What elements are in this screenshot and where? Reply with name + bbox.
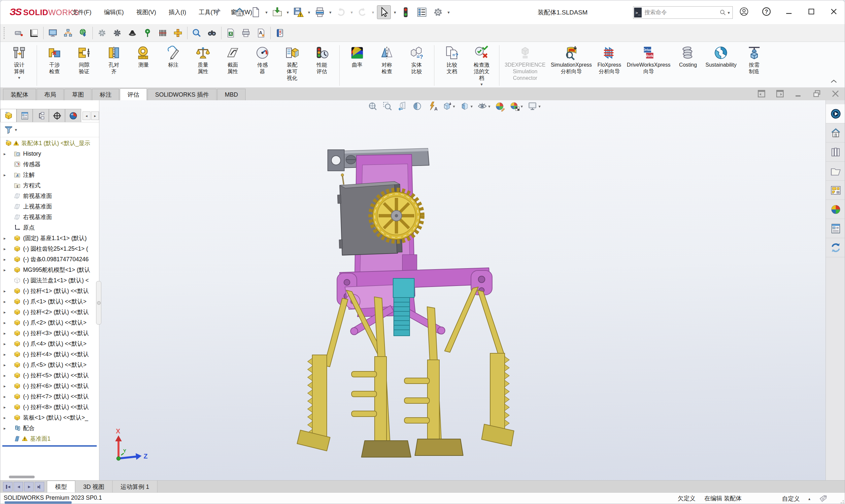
menu-file[interactable]: 文件(F) xyxy=(71,7,92,17)
print-small-button[interactable] xyxy=(241,28,251,38)
ribbon-solid-compare[interactable]: =?实体 比较 xyxy=(402,44,431,75)
expand-arrow-icon[interactable]: ▸ xyxy=(4,373,6,378)
ribbon-design-study[interactable]: 设计 算例▾ xyxy=(5,44,33,80)
tab-标注[interactable]: 标注 xyxy=(92,89,119,100)
chevron-down-icon[interactable]: ▾ xyxy=(18,75,20,80)
ribbon-interference[interactable]: 干涉 检查 xyxy=(40,44,69,75)
menu-insert[interactable]: 插入(I) xyxy=(168,7,187,17)
export-excel-button[interactable]: X xyxy=(226,28,236,38)
doc-tab-模型[interactable]: 模型 xyxy=(47,481,75,493)
3dexperience-pane[interactable] xyxy=(826,104,845,123)
model-mid-left-claw[interactable] xyxy=(352,357,411,457)
macro-tool-button[interactable] xyxy=(14,28,24,38)
expand-arrow-icon[interactable]: ▸ xyxy=(4,352,6,357)
view-palette-pane[interactable] xyxy=(826,181,845,200)
tree-item[interactable]: ▸(-) 爪<5> (默认) <<默认> xyxy=(0,360,99,370)
chevron-down-icon[interactable]: ▾ xyxy=(447,10,450,15)
magnifier-blue-button[interactable] xyxy=(191,28,202,38)
filter-funnel-icon[interactable] xyxy=(4,125,14,134)
binoculars-button[interactable] xyxy=(207,28,217,38)
menu-view[interactable]: 视图(V) xyxy=(136,7,157,17)
tab-SOLIDWORKS 插件[interactable]: SOLIDWORKS 插件 xyxy=(147,89,216,100)
ribbon-collapse-button[interactable] xyxy=(829,78,838,84)
tree-item[interactable]: ▸装板<1> (默认) <<默认>_ xyxy=(0,412,99,423)
rack-feature-button[interactable] xyxy=(157,28,168,38)
tree-item[interactable]: ▸(-) 拉杆<5> (默认) <<默认 xyxy=(0,370,99,381)
first-tab-icon[interactable]: ▌◀ xyxy=(3,482,13,491)
panel-tab-featuremanager[interactable] xyxy=(0,109,17,122)
rollback-bar[interactable] xyxy=(2,445,97,447)
panel-tabs-scroll-right[interactable]: ▸ xyxy=(91,111,99,120)
save-button[interactable] xyxy=(292,6,305,19)
graphics-viewport[interactable]: A▾▾▾▾▾ xyxy=(99,100,826,480)
expand-arrow-icon[interactable]: ▸ xyxy=(4,246,6,251)
doc-tab-运动算例 1[interactable]: 运动算例 1 xyxy=(112,481,157,493)
dock-right-icon[interactable] xyxy=(775,88,785,99)
sketch-corner-button[interactable] xyxy=(29,28,39,38)
ribbon-floxpress[interactable]: FloXpress 分析向导 xyxy=(595,44,623,75)
options-button[interactable] xyxy=(432,6,445,19)
appearances-pane[interactable] xyxy=(826,200,845,219)
tree-item[interactable]: 传感器 xyxy=(0,159,99,169)
ribbon-check-active[interactable]: 检查激 活的文 档▾ xyxy=(468,44,496,87)
tab-评估[interactable]: 评估 xyxy=(120,88,147,101)
print-button[interactable] xyxy=(313,6,327,19)
menu-edit[interactable]: 编辑(E) xyxy=(103,7,124,17)
resources-pane[interactable] xyxy=(826,123,845,143)
new-document-button[interactable] xyxy=(249,6,262,19)
dock-left-icon[interactable] xyxy=(756,88,767,99)
undo-button[interactable] xyxy=(334,6,348,19)
tree-root-assembly[interactable]: 装配体1 (默认) <默认_显示 xyxy=(0,138,99,148)
viewport-minimize-icon[interactable] xyxy=(793,88,804,99)
design-binder-button[interactable] xyxy=(275,28,285,38)
minimize-icon[interactable] xyxy=(783,5,794,18)
toolbar-drag-handle[interactable] xyxy=(4,27,6,39)
chevron-up-icon[interactable]: ▴ xyxy=(808,497,810,501)
expand-arrow-icon[interactable]: ▸ xyxy=(4,405,6,410)
tree-item[interactable]: 右视基准面 xyxy=(0,212,99,222)
last-tab-icon[interactable]: ▶▎ xyxy=(35,482,44,491)
ribbon-section-props[interactable]: 截面 属性 xyxy=(218,44,247,75)
panel-tab-propertymanager[interactable] xyxy=(17,109,33,122)
file-explorer-pane[interactable] xyxy=(826,162,845,181)
expand-arrow-icon[interactable]: ▸ xyxy=(4,151,6,156)
tree-item[interactable]: 基准面1 xyxy=(0,433,99,444)
tree-item[interactable]: 原点 xyxy=(0,222,99,233)
tree-item[interactable]: (-) 圆法兰盘1<1> (默认) < xyxy=(0,275,99,286)
ribbon-simxpress[interactable]: SimulationXpress 分析向导 xyxy=(549,44,594,75)
tree-item[interactable]: ▸MG995舵机模型<1> (默认 xyxy=(0,265,99,275)
tree-item[interactable]: ▸(-) 拉杆<2> (默认) <<默认 xyxy=(0,307,99,317)
select-tool-button[interactable] xyxy=(377,5,391,19)
screen-capture-button[interactable] xyxy=(48,28,58,38)
tree-item[interactable]: ▸(-) 爪<4> (默认) <<默认> xyxy=(0,338,99,349)
tree-item[interactable]: ▸配合 xyxy=(0,423,99,433)
tree-item[interactable]: ▸(-) 齿条0.0981747704246 xyxy=(0,254,99,265)
chevron-down-icon[interactable]: ▾ xyxy=(372,10,374,15)
updates-pane[interactable] xyxy=(826,238,845,257)
chevron-down-icon[interactable]: ▾ xyxy=(480,82,483,86)
chevron-down-icon[interactable]: ▾ xyxy=(15,128,17,132)
chevron-down-icon[interactable]: ▾ xyxy=(265,10,268,15)
expand-arrow-icon[interactable]: ▸ xyxy=(4,384,6,389)
tree-item[interactable]: Σ方程式 xyxy=(0,180,99,191)
text-note-button[interactable]: A xyxy=(256,28,266,38)
panel-tabs-scroll-left[interactable]: ◂ xyxy=(83,111,90,120)
status-custom-label[interactable]: 自定义 xyxy=(782,495,800,503)
chevron-down-icon[interactable]: ▾ xyxy=(287,10,289,15)
panel-splitter-handle[interactable] xyxy=(96,281,101,325)
model-right-claw[interactable] xyxy=(481,353,514,446)
display-settings-button[interactable] xyxy=(415,6,428,19)
command-search[interactable]: >_ ▾ xyxy=(633,6,733,19)
next-tab-icon[interactable]: ▶ xyxy=(24,482,34,491)
expand-arrow-icon[interactable]: ▸ xyxy=(4,341,6,346)
pin-locate-button[interactable] xyxy=(142,28,153,38)
ribbon-driveworks[interactable]: DriveWorksDriveWorksXpress 向导 xyxy=(625,44,672,75)
tab-MBD[interactable]: MBD xyxy=(217,89,246,100)
ribbon-sustainability[interactable]: Sustainability xyxy=(703,44,738,69)
ribbon-markup[interactable]: 标注 xyxy=(159,44,188,69)
tree-item[interactable]: ▸(-) 爪<1> (默认) <<默认> xyxy=(0,296,99,307)
tree-horizontal-scrollbar[interactable] xyxy=(0,475,99,479)
expand-arrow-icon[interactable]: ▸ xyxy=(4,173,6,178)
chevron-down-icon[interactable]: ▾ xyxy=(394,10,396,15)
ribbon-compare-docs[interactable]: =?比较 文档 xyxy=(438,44,466,75)
